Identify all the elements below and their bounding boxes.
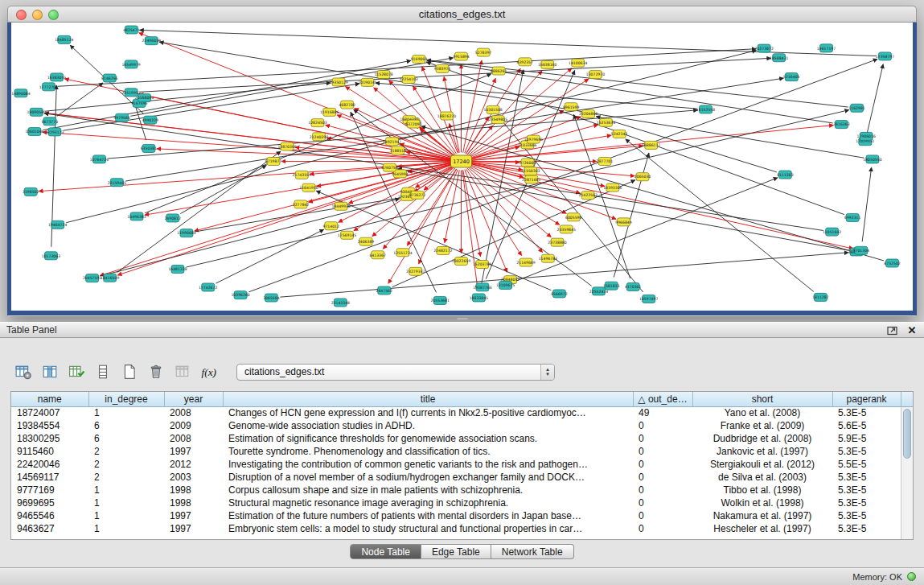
graph-node[interactable]: 4990229 bbox=[142, 116, 158, 124]
graph-node[interactable]: 11990684 bbox=[177, 229, 195, 237]
graph-node[interactable]: 10764726 bbox=[90, 155, 109, 163]
graph-node[interactable]: 6005596 bbox=[565, 213, 581, 221]
table-selector-dropdown[interactable]: citations_edges.txt ▲▼ bbox=[236, 364, 555, 381]
column-header-0[interactable]: name bbox=[11, 392, 88, 406]
graph-node[interactable]: 5278397 bbox=[475, 48, 491, 56]
graph-node[interactable]: 4682780 bbox=[339, 101, 355, 109]
close-window-button[interactable] bbox=[16, 10, 27, 20]
graph-node[interactable]: 3816363 bbox=[833, 121, 849, 129]
graph-node[interactable]: 3065584 bbox=[263, 294, 279, 302]
graph-node[interactable]: 21422563 bbox=[579, 192, 598, 200]
graph-node[interactable]: 11528078 bbox=[374, 71, 392, 79]
table-row[interactable]: 1872400712008Changes of HCN gene express… bbox=[11, 406, 901, 419]
graph-node[interactable]: 11641950 bbox=[299, 183, 318, 192]
graph-node[interactable]: 21149669 bbox=[516, 258, 535, 266]
graph-node[interactable]: 9979586 bbox=[113, 113, 129, 122]
graph-node[interactable]: 2877701 bbox=[597, 157, 613, 165]
graph-node[interactable]: 16152558 bbox=[696, 105, 715, 113]
column-header-3[interactable]: title bbox=[223, 392, 633, 406]
table-row[interactable]: 1830029562008Estimation of significance … bbox=[11, 432, 901, 445]
graph-node[interactable]: 21743555 bbox=[293, 171, 311, 179]
graph-node[interactable]: 6392357 bbox=[517, 58, 533, 66]
column-header-5[interactable]: short bbox=[692, 392, 832, 406]
graph-node[interactable]: 23359845 bbox=[557, 225, 576, 233]
graph-node[interactable]: 12551734 bbox=[393, 249, 412, 257]
graph-node[interactable]: 6992311 bbox=[844, 213, 860, 221]
graph-node[interactable]: 23519953 bbox=[121, 89, 140, 97]
table-row[interactable]: 969969511998Structural magnetic resonanc… bbox=[11, 496, 901, 509]
graph-node[interactable]: 18876270 bbox=[437, 112, 456, 120]
graph-node[interactable]: 10190145 bbox=[358, 78, 376, 86]
table-row[interactable]: 1456911722003Disruption of a novel membe… bbox=[11, 471, 901, 484]
column-header-2[interactable]: year bbox=[164, 392, 223, 406]
graph-node[interactable]: 1162981 bbox=[848, 104, 864, 112]
import-table-icon[interactable] bbox=[172, 361, 193, 382]
graph-node[interactable]: 2065030 bbox=[634, 173, 651, 181]
graph-node[interactable]: 13870366 bbox=[277, 142, 296, 150]
graph-node[interactable]: 5216405 bbox=[783, 73, 799, 81]
column-header-4[interactable]: △ out_de… bbox=[633, 392, 692, 406]
graph-node[interactable]: 9383976 bbox=[434, 64, 450, 72]
hub-node[interactable]: 17240 bbox=[451, 155, 472, 167]
column-header-1[interactable]: in_degree bbox=[88, 392, 164, 406]
graph-node[interactable]: 14890084 bbox=[11, 89, 30, 97]
graph-node[interactable]: 19464724 bbox=[48, 220, 67, 229]
graph-node[interactable]: 9169069 bbox=[411, 55, 427, 63]
graph-node[interactable]: 1811287 bbox=[812, 293, 828, 301]
table-row[interactable]: 946554611997Estimation of the future num… bbox=[11, 509, 901, 522]
table-row[interactable]: 946362711997Embryonic stem cells: a mode… bbox=[11, 522, 901, 535]
graph-node[interactable]: 18393306 bbox=[603, 183, 622, 192]
close-panel-icon[interactable]: ✕ bbox=[906, 325, 918, 336]
graph-node[interactable]: 10597497 bbox=[639, 295, 658, 303]
graph-node[interactable]: 6413367 bbox=[369, 251, 385, 259]
graph-node[interactable]: 16549979 bbox=[121, 60, 140, 68]
function-builder-icon[interactable]: f(x) bbox=[199, 361, 220, 382]
graph-node[interactable]: 8961599 bbox=[563, 103, 579, 111]
graph-node[interactable]: 15203789 bbox=[473, 261, 491, 269]
graph-node[interactable]: 4825471 bbox=[123, 26, 139, 34]
network-canvas[interactable]: 2877701206503018393306214225639966849600… bbox=[11, 23, 913, 311]
graph-node[interactable]: 2647562 bbox=[376, 286, 392, 295]
graph-node[interactable]: 19387766 bbox=[473, 283, 491, 291]
graph-node[interactable]: 17772701 bbox=[39, 83, 58, 91]
graph-node[interactable]: 8146256 bbox=[101, 74, 117, 82]
graph-node[interactable]: 20553681 bbox=[431, 296, 450, 304]
table-options-icon[interactable] bbox=[13, 361, 34, 382]
graph-node[interactable]: 3188515 bbox=[390, 146, 406, 154]
graph-node[interactable]: 18833845 bbox=[470, 294, 488, 302]
network-window-titlebar[interactable]: citations_edges.txt bbox=[7, 6, 917, 23]
graph-node[interactable]: 11051602 bbox=[823, 228, 841, 236]
graph-node[interactable]: 6719877 bbox=[265, 157, 281, 165]
graph-node[interactable]: 15253634 bbox=[597, 118, 615, 126]
graph-node[interactable]: 16638160 bbox=[538, 60, 556, 68]
graph-node[interactable]: 18022659 bbox=[452, 257, 470, 266]
graph-node[interactable]: 10301508 bbox=[483, 105, 502, 113]
table-row[interactable]: 2242004622012Investigating the contribut… bbox=[11, 458, 901, 471]
graph-node[interactable]: 22552474 bbox=[589, 287, 608, 295]
graph-node[interactable]: 20457593 bbox=[83, 274, 101, 282]
graph-node[interactable]: 23738880 bbox=[548, 238, 566, 246]
table-row[interactable]: 1938455462009Genome-wide association stu… bbox=[11, 419, 901, 432]
graph-node[interactable]: 9701304 bbox=[853, 246, 869, 254]
graph-node[interactable]: 17358797 bbox=[876, 52, 894, 60]
graph-node[interactable]: 18050550 bbox=[863, 155, 881, 163]
graph-node[interactable]: 10396260 bbox=[231, 291, 249, 299]
graph-node[interactable]: 1581833 bbox=[603, 282, 619, 290]
show-columns-icon[interactable] bbox=[39, 361, 60, 382]
graph-node[interactable]: 18485124 bbox=[55, 35, 73, 43]
graph-node[interactable]: 8566972 bbox=[551, 290, 567, 298]
graph-node[interactable]: 21240398 bbox=[310, 133, 328, 141]
graph-node[interactable]: 23204860 bbox=[579, 109, 598, 117]
graph-node[interactable]: 19350129 bbox=[329, 78, 347, 86]
graph-node[interactable]: 4170361 bbox=[625, 282, 641, 290]
graph-node[interactable]: 17742672 bbox=[199, 283, 217, 291]
row-selection-icon[interactable] bbox=[92, 361, 113, 382]
graph-node[interactable]: 5342343 bbox=[611, 130, 627, 138]
graph-node[interactable]: 12824503 bbox=[308, 119, 326, 127]
graph-node[interactable]: 16383055 bbox=[47, 73, 66, 81]
graph-node[interactable]: 17906016 bbox=[856, 132, 875, 140]
graph-node[interactable]: 13072970 bbox=[586, 71, 605, 79]
graph-node[interactable]: 22871681 bbox=[522, 175, 540, 183]
graph-node[interactable]: 2490812 bbox=[164, 214, 180, 222]
graph-node[interactable]: 23549805 bbox=[489, 116, 507, 124]
